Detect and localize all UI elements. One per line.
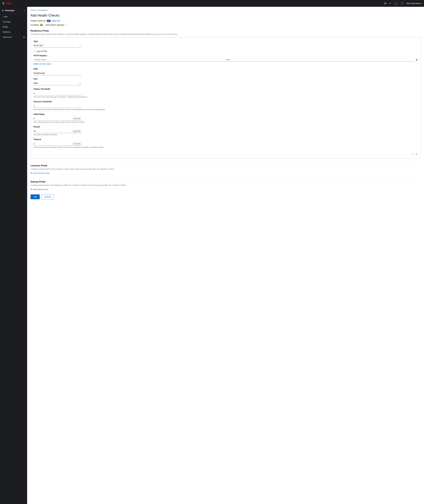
c-badge: C bbox=[40, 24, 43, 26]
app-layout: ▶ Developer ▾ +Add Topology Builds Pipel… bbox=[0, 7, 424, 504]
developer-label: Developer bbox=[5, 9, 24, 12]
success-threshold-desc: How many consecutive successes for the p… bbox=[33, 108, 418, 110]
section-divider-2 bbox=[31, 178, 421, 178]
user-menu[interactable]: Ned Username ▾ bbox=[407, 2, 422, 5]
readiness-probe-title: Readiness Probe bbox=[31, 30, 421, 32]
cancel-probe-icon[interactable]: ✕ bbox=[416, 153, 418, 156]
failure-threshold-field: Failure Threshold How many times the pro… bbox=[33, 88, 418, 98]
port-select[interactable]: 8080 bbox=[33, 81, 81, 85]
advanced-expand-icon: ▶ bbox=[24, 36, 25, 38]
grid-icon[interactable]: ⊞ bbox=[384, 2, 387, 5]
timeout-field: Timeout seconds How long to wait for the… bbox=[33, 138, 418, 148]
timeout-label: Timeout bbox=[33, 138, 418, 140]
type-select-wrapper: HTTP GET bbox=[33, 44, 81, 48]
user-name: Ned Username bbox=[407, 2, 420, 5]
logo: okd bbox=[6, 1, 11, 5]
add-button[interactable]: Add bbox=[31, 194, 40, 199]
startup-probe-desc: A startup probe checks if the applicatio… bbox=[31, 184, 421, 186]
developer-icon: ▶ bbox=[2, 9, 4, 12]
breadcrumb: Project: my-project ▾ bbox=[31, 9, 421, 11]
sidebar-item-advanced[interactable]: Advanced ▶ bbox=[0, 35, 27, 40]
sidebar-item-add[interactable]: +Add bbox=[0, 14, 27, 19]
readiness-probe-box: Type HTTP GET Use HTTPS HTTP Headers bbox=[31, 37, 421, 159]
type-label: Type bbox=[33, 40, 418, 42]
add-startup-probe-icon bbox=[31, 188, 32, 190]
container-row: Container C etcd-restore-operator ▾ bbox=[31, 23, 421, 27]
success-threshold-label: Success Threshold bbox=[33, 101, 418, 103]
container-selector[interactable]: etcd-restore-operator ▾ bbox=[44, 23, 68, 27]
initial-delay-input[interactable] bbox=[33, 116, 72, 121]
probe-actions: ✓ ✕ bbox=[33, 151, 418, 156]
period-input-row: seconds bbox=[33, 129, 81, 133]
add-header-link[interactable]: &#⊕; Add header bbox=[33, 63, 418, 65]
bottom-actions: Add Cancel bbox=[31, 194, 421, 204]
add-header-plus-icon: &#⊕; bbox=[33, 63, 39, 65]
sidebar-item-advanced-label: Advanced bbox=[3, 36, 24, 38]
http-headers-label: HTTP Headers bbox=[33, 54, 418, 57]
add-liveness-probe-link[interactable]: Add Liveness Probe bbox=[31, 172, 421, 174]
confirm-probe-icon[interactable]: ✓ bbox=[412, 153, 414, 156]
main-content: Project: my-project ▾ Add Health Checks … bbox=[27, 7, 424, 504]
breadcrumb-project-link[interactable]: my-project ▾ bbox=[37, 9, 47, 11]
initial-delay-field: Initial Delay seconds How long to wait a… bbox=[33, 113, 418, 123]
use-https-checkbox[interactable] bbox=[33, 50, 36, 52]
add-liveness-probe-icon bbox=[31, 172, 32, 174]
header-name-input[interactable] bbox=[33, 58, 224, 61]
success-threshold-field: Success Threshold How many consecutive s… bbox=[33, 101, 418, 110]
remove-header-icon[interactable]: ◉ bbox=[416, 58, 418, 61]
success-threshold-input[interactable] bbox=[33, 104, 81, 108]
user-chevron-icon: ▾ bbox=[421, 2, 422, 5]
page-title: Add Health Checks bbox=[31, 13, 421, 17]
health-checks-for-row: Health checks for DC brigid-test bbox=[31, 20, 421, 22]
port-select-wrapper: 8080 bbox=[33, 81, 81, 85]
startup-probe-section: Startup Probe A startup probe checks if … bbox=[31, 180, 421, 190]
initial-delay-label: Initial Delay bbox=[33, 113, 418, 115]
container-label: Container bbox=[31, 24, 39, 26]
path-input[interactable] bbox=[33, 71, 81, 75]
breadcrumb-chevron-icon: ▾ bbox=[46, 9, 47, 11]
terminal-icon[interactable]: >_ bbox=[394, 2, 398, 5]
dc-badge: DC bbox=[47, 20, 50, 22]
timeout-seconds-label: seconds bbox=[72, 142, 81, 146]
liveness-probe-section: Liveness Probe A liveness probe checks i… bbox=[31, 164, 421, 174]
headers-row: ◉ bbox=[33, 58, 418, 61]
initial-delay-seconds-label: seconds bbox=[72, 117, 81, 121]
timeout-input[interactable] bbox=[33, 142, 72, 146]
failure-threshold-desc: How many times the probe will try starti… bbox=[33, 96, 418, 98]
use-https-label[interactable]: Use HTTPS bbox=[37, 50, 47, 52]
header-value-input[interactable] bbox=[224, 58, 415, 61]
sidebar-item-pipelines[interactable]: Pipelines bbox=[0, 29, 27, 35]
sidebar: ▶ Developer ▾ +Add Topology Builds Pipel… bbox=[0, 7, 27, 504]
breadcrumb-project-name: my-project bbox=[37, 9, 46, 11]
failure-threshold-input[interactable] bbox=[33, 91, 81, 95]
period-seconds-label: seconds bbox=[72, 129, 81, 133]
add-header-label: Add header bbox=[39, 63, 51, 65]
type-select[interactable]: HTTP GET bbox=[33, 44, 81, 48]
port-field: Port 8080 bbox=[33, 78, 418, 85]
path-field: Path bbox=[33, 68, 418, 75]
developer-toggle[interactable]: ▶ Developer ▾ bbox=[0, 7, 27, 14]
sidebar-item-topology-label: Topology bbox=[3, 21, 25, 23]
add-liveness-probe-label: Add Liveness Probe bbox=[33, 172, 50, 174]
type-field: Type HTTP GET bbox=[33, 40, 418, 48]
dc-link[interactable]: brigid-test bbox=[52, 20, 60, 22]
http-headers-field: HTTP Headers ◉ &#⊕; Add header bbox=[33, 54, 418, 65]
cancel-button[interactable]: Cancel bbox=[41, 194, 54, 199]
path-label: Path bbox=[33, 68, 418, 70]
sidebar-item-topology[interactable]: Topology bbox=[0, 19, 27, 24]
add-startup-probe-label: Add Startup Probe bbox=[33, 188, 48, 191]
readiness-probe-desc: A readiness probe checks if the containe… bbox=[31, 33, 421, 36]
add-startup-probe-link[interactable]: Add Startup Probe bbox=[31, 188, 421, 191]
sidebar-item-add-label: +Add bbox=[3, 16, 25, 18]
hamburger-menu-icon[interactable]: ☰ bbox=[2, 2, 5, 5]
period-input[interactable] bbox=[33, 129, 72, 133]
nav-right: ⊞ + >_ ? Ned Username ▾ bbox=[384, 1, 422, 5]
period-field: Period seconds How often to perform the … bbox=[33, 126, 418, 136]
container-chevron-icon: ▾ bbox=[65, 24, 66, 26]
sidebar-item-builds[interactable]: Builds bbox=[0, 24, 27, 29]
container-select-value: etcd-restore-operator bbox=[46, 24, 64, 26]
period-label: Period bbox=[33, 126, 418, 128]
startup-probe-title: Startup Probe bbox=[31, 180, 421, 183]
help-icon[interactable]: ? bbox=[401, 2, 404, 5]
add-icon[interactable]: + bbox=[389, 1, 391, 5]
